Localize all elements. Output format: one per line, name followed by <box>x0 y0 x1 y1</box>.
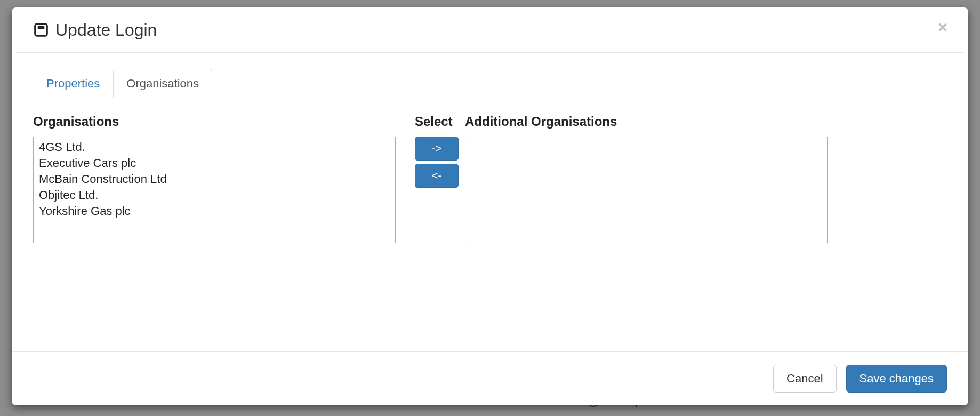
update-login-modal: Update Login × Properties Organisations … <box>12 7 968 405</box>
selected-label: Additional Organisations <box>465 114 828 129</box>
close-button[interactable]: × <box>932 19 953 41</box>
move-right-button[interactable]: -> <box>415 137 459 161</box>
list-item[interactable]: McBain Construction Ltd <box>36 171 393 187</box>
dual-list-picker: Organisations 4GS Ltd.Executive Cars plc… <box>33 114 947 243</box>
tabs: Properties Organisations <box>33 69 947 98</box>
tab-properties[interactable]: Properties <box>33 69 113 98</box>
selected-column: Additional Organisations <box>465 114 828 243</box>
select-label: Select <box>415 114 446 129</box>
window-icon <box>33 22 49 38</box>
list-item[interactable]: Yorkshire Gas plc <box>36 203 393 219</box>
list-item[interactable]: Executive Cars plc <box>36 155 393 171</box>
move-left-button[interactable]: <- <box>415 164 459 188</box>
list-item[interactable]: Objitec Ltd. <box>36 187 393 203</box>
tab-organisations[interactable]: Organisations <box>113 69 212 98</box>
available-list[interactable]: 4GS Ltd.Executive Cars plcMcBain Constru… <box>33 137 396 243</box>
available-column: Organisations 4GS Ltd.Executive Cars plc… <box>33 114 396 243</box>
list-item[interactable]: 4GS Ltd. <box>36 139 393 155</box>
modal-header: Update Login × <box>12 7 968 52</box>
save-changes-button[interactable]: Save changes <box>846 365 947 393</box>
svg-rect-0 <box>35 24 47 36</box>
modal-footer: Cancel Save changes <box>12 351 968 405</box>
cancel-button[interactable]: Cancel <box>773 365 836 393</box>
modal-title: Update Login <box>55 20 157 40</box>
svg-rect-1 <box>38 26 45 29</box>
transfer-buttons-column: Select -> <- <box>396 114 465 191</box>
modal-body: Properties Organisations Organisations 4… <box>12 53 968 351</box>
available-label: Organisations <box>33 114 396 129</box>
selected-list[interactable] <box>465 137 828 243</box>
